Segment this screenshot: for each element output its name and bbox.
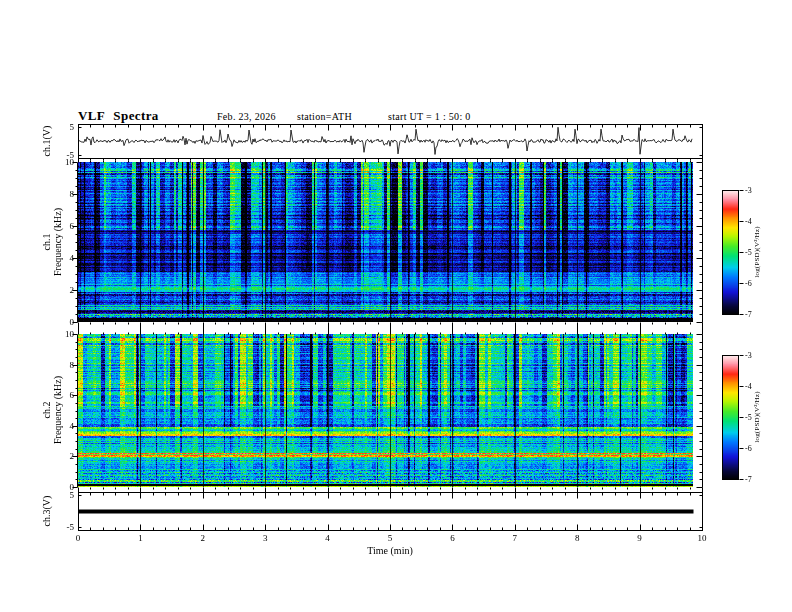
x-tick-label: 7 xyxy=(505,533,525,543)
ylabel-ch1-frequency: ch.1 Frequency (kHz) xyxy=(41,208,63,276)
x-tick-label: 4 xyxy=(318,533,338,543)
freq-tick-label: 4 xyxy=(44,253,74,263)
x-tick-label: 9 xyxy=(630,533,650,543)
freq-tick-label: 4 xyxy=(44,421,74,431)
freq-tick-label: 2 xyxy=(44,451,74,461)
x-tick-label: 5 xyxy=(380,533,400,543)
x-tick-label: 1 xyxy=(130,533,150,543)
x-tick-label: 10 xyxy=(692,533,712,543)
freq-tick-label: 8 xyxy=(44,360,74,370)
freq-tick-label: 6 xyxy=(44,221,74,231)
vlf-spectra-figure: VLF Spectra Feb. 23, 2026 station=ATH st… xyxy=(0,0,792,612)
colorbar-1-label: log(PSD)(V²/Hz) xyxy=(752,226,763,277)
ylabel-ch2-line1: ch.2 xyxy=(41,376,52,444)
ylabel-ch1-line2: Frequency (kHz) xyxy=(52,208,63,276)
volt-tick-label: -5 xyxy=(44,522,74,532)
colorbar-tick-label: -5 xyxy=(745,248,752,257)
freq-tick-label: 6 xyxy=(44,390,74,400)
freq-tick-label: 10 xyxy=(44,329,74,339)
axes-overlay-canvas xyxy=(0,0,792,612)
colorbar-tick-label: -5 xyxy=(745,413,752,422)
ylabel-ch2-frequency: ch.2 Frequency (kHz) xyxy=(41,376,63,444)
colorbar-tick-label: -3 xyxy=(745,351,752,360)
freq-tick-label: 8 xyxy=(44,189,74,199)
x-tick-label: 6 xyxy=(442,533,462,543)
colorbar-tick-label: -7 xyxy=(745,475,752,484)
colorbar-tick-label: -6 xyxy=(745,444,752,453)
freq-tick-label: 2 xyxy=(44,285,74,295)
x-tick-label: 3 xyxy=(255,533,275,543)
ylabel-ch1-line1: ch.1 xyxy=(41,208,52,276)
colorbar-tick-label: -3 xyxy=(745,186,752,195)
colorbar-tick-label: -4 xyxy=(745,217,752,226)
x-tick-label: 0 xyxy=(68,533,88,543)
colorbar-tick-label: -7 xyxy=(745,310,752,319)
xaxis-title: Time (min) xyxy=(330,545,450,556)
colorbar-2-label: log(PSD)(V²/Hz) xyxy=(752,391,763,442)
x-tick-label: 2 xyxy=(193,533,213,543)
volt-tick-label: 5 xyxy=(44,490,74,500)
colorbar-tick-label: -4 xyxy=(745,382,752,391)
colorbar-tick-label: -6 xyxy=(745,279,752,288)
volt-tick-label: -5 xyxy=(44,150,74,160)
freq-tick-label: 0 xyxy=(44,317,74,327)
volt-tick-label: 5 xyxy=(44,122,74,132)
ylabel-ch2-line2: Frequency (kHz) xyxy=(52,376,63,444)
x-tick-label: 8 xyxy=(567,533,587,543)
